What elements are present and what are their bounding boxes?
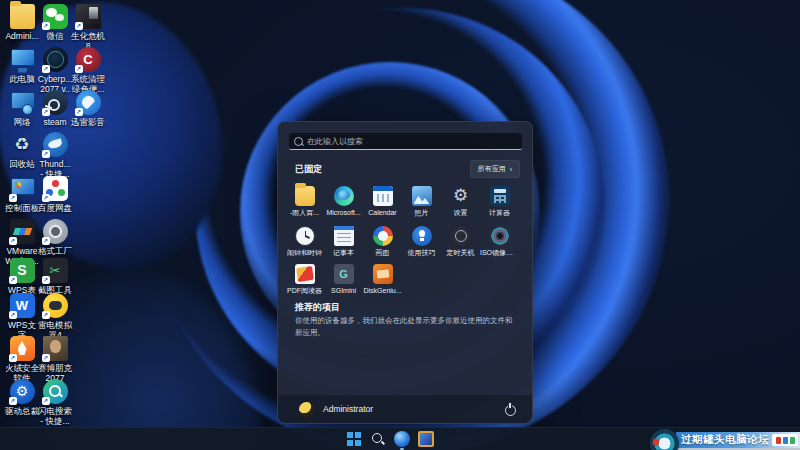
shortcut-arrow-icon: ↗ xyxy=(9,397,17,405)
pinned-app-label: PDF阅读器 xyxy=(285,287,324,295)
steam-icon: ↗ xyxy=(43,90,68,115)
admin-folder-icon xyxy=(10,4,35,29)
desktop-icon-label: 百度网盘 xyxy=(37,203,73,213)
desktop-icon-wechat[interactable]: ↗微信 xyxy=(37,4,73,41)
pinned-app-paint[interactable]: 画图 xyxy=(363,226,402,257)
pinned-app-label: 闹钟和时钟 xyxy=(285,249,324,257)
pinned-app-iso-tool[interactable]: ISO镜像工具 xyxy=(480,226,519,257)
iso-tool-icon xyxy=(490,226,510,246)
paint-icon xyxy=(373,226,393,246)
diskgenius-icon xyxy=(373,264,393,284)
pinned-app-photos[interactable]: 照片 xyxy=(402,186,441,217)
shortcut-arrow-icon: ↗ xyxy=(42,22,50,30)
desktop-icon-baidu-netdisk[interactable]: ↗百度网盘 xyxy=(37,176,73,213)
shortcut-arrow-icon: ↗ xyxy=(42,397,50,405)
desktop-icon-ldplayer[interactable]: ↗雷电模拟 器4 xyxy=(37,293,73,340)
pinned-app-label: 使用技巧 xyxy=(402,249,441,257)
all-apps-button[interactable]: 所有应用 › xyxy=(470,160,520,178)
desktop-icon-format-factory[interactable]: ↗格式工厂 xyxy=(37,219,73,256)
shortcut-arrow-icon: ↗ xyxy=(9,276,17,284)
recycle-bin-icon xyxy=(10,132,35,157)
format-factory-icon: ↗ xyxy=(43,219,68,244)
shortcut-arrow-icon: ↗ xyxy=(42,108,50,116)
this-pc-icon xyxy=(10,47,35,72)
pinned-app-notepad[interactable]: 记事本 xyxy=(324,226,363,257)
windows-desktop: Admini...↗微信↗生化危机 8此电脑↗Cyberp... 2077 v.… xyxy=(0,0,800,450)
pinned-app-microsoft-edge[interactable]: Microsoft... xyxy=(324,186,363,217)
pinned-app-label: Microsoft... xyxy=(324,209,363,217)
pinned-app-label: 画图 xyxy=(363,249,402,257)
pinned-app-diskgenius[interactable]: DiskGeniu... xyxy=(363,264,402,295)
start-search-input[interactable] xyxy=(289,133,522,150)
taskbar-running-app[interactable] xyxy=(418,431,434,447)
calendar-icon xyxy=(373,186,393,206)
watermark-banner: 过期罐头电脑论坛 xyxy=(676,432,800,448)
desktop-icon-label: 微信 xyxy=(37,31,73,41)
power-button[interactable] xyxy=(502,401,518,417)
tips-icon xyxy=(412,226,432,246)
user-avatar[interactable] xyxy=(299,402,314,417)
desktop-icon-re8[interactable]: ↗生化危机 8 xyxy=(70,4,106,51)
taskbar-taskbar-search[interactable] xyxy=(370,431,386,447)
recommended-body: 你使用的设备越多，我们就会在此处显示更多你最近使用的文件和新应用。 xyxy=(295,315,519,338)
desktop-icon-label: 网络 xyxy=(4,117,40,127)
pinned-heading: 已固定 xyxy=(295,163,322,176)
desktop-icon-system-cleaner[interactable]: ↗系统清理 绿色便... xyxy=(70,47,106,94)
wps-sheet-icon: ↗ xyxy=(10,258,35,283)
taskbar-edge-browser[interactable] xyxy=(394,431,410,447)
desktop-icon-label: 驱动总裁 xyxy=(4,406,40,416)
desktop-icon-cyberpunk-2077[interactable]: ↗赛博朋克 2077 xyxy=(37,336,73,383)
watermark-logo-icon xyxy=(650,429,679,450)
thunder-player-icon: ↗ xyxy=(76,90,101,115)
desktop-icon-control-panel[interactable]: ↗控制面板 xyxy=(4,176,40,213)
user-name[interactable]: Administrator xyxy=(323,404,373,414)
desktop-icon-steam[interactable]: ↗steam xyxy=(37,90,73,127)
pinned-app-calculator[interactable]: 计算器 xyxy=(480,186,519,217)
cyberpunk-2077-icon: ↗ xyxy=(43,336,68,361)
system-cleaner-icon: ↗ xyxy=(76,47,101,72)
desktop-icon-admin-folder[interactable]: Admini... xyxy=(4,4,40,41)
start-menu: 已固定 所有应用 › -雨人百...Microsoft...Calendar照片… xyxy=(277,121,533,424)
desktop-icon-cyberpunk-launcher[interactable]: ↗Cyberp... 2077 v.. xyxy=(37,47,73,94)
desktop-icon-snipping-tool[interactable]: ↗截图工具 xyxy=(37,258,73,295)
desktop-icon-huorong-security[interactable]: ↗火绒安全 软件 xyxy=(4,336,40,383)
taskbar-start-button[interactable] xyxy=(346,431,362,447)
desktop-icon-network[interactable]: 网络 xyxy=(4,90,40,127)
desktop-icon-thunderbird[interactable]: ↗Thund... - 快捷... xyxy=(37,132,73,179)
taskbar-center-icons xyxy=(346,431,434,447)
recommended-heading: 推荐的项目 xyxy=(295,301,340,314)
huorong-security-icon: ↗ xyxy=(10,336,35,361)
shortcut-arrow-icon: ↗ xyxy=(42,354,50,362)
pinned-app-timed-shutdown[interactable]: 定时关机 xyxy=(441,226,480,257)
desktop-icon-lightning-search[interactable]: ↗闪电搜索 - 快捷... xyxy=(37,379,73,426)
pdf-reader-icon xyxy=(295,264,315,284)
re8-icon: ↗ xyxy=(76,4,101,29)
settings-icon xyxy=(451,186,471,206)
ldplayer-icon: ↗ xyxy=(43,293,68,318)
pinned-app-label: DiskGeniu... xyxy=(363,287,402,295)
renren-folder-icon xyxy=(295,186,315,206)
chevron-right-icon: › xyxy=(510,166,512,173)
pinned-app-calendar[interactable]: Calendar xyxy=(363,186,402,217)
desktop-icon-wps-doc[interactable]: ↗WPS文字 xyxy=(4,293,40,340)
desktop-icon-recycle-bin[interactable]: 回收站 xyxy=(4,132,40,169)
pinned-app-settings[interactable]: 设置 xyxy=(441,186,480,217)
desktop-icon-label: 格式工厂 xyxy=(37,246,73,256)
shortcut-arrow-icon: ↗ xyxy=(9,311,17,319)
snipping-tool-icon: ↗ xyxy=(43,258,68,283)
pinned-app-label: 计算器 xyxy=(480,209,519,217)
desktop-icon-driver-master[interactable]: ↗驱动总裁 xyxy=(4,379,40,416)
lightning-search-icon: ↗ xyxy=(43,379,68,404)
pinned-app-renren-folder[interactable]: -雨人百... xyxy=(285,186,324,217)
shortcut-arrow-icon: ↗ xyxy=(42,276,50,284)
control-panel-icon: ↗ xyxy=(10,176,35,201)
pinned-app-sgimini[interactable]: SGImini xyxy=(324,264,363,295)
desktop-icon-thunder-player[interactable]: ↗迅雷影音 xyxy=(70,90,106,127)
pinned-app-alarms-clock[interactable]: 闹钟和时钟 xyxy=(285,226,324,257)
desktop-icon-this-pc[interactable]: 此电脑 xyxy=(4,47,40,84)
all-apps-label: 所有应用 xyxy=(478,164,506,174)
shortcut-arrow-icon: ↗ xyxy=(75,22,83,30)
pinned-app-tips[interactable]: 使用技巧 xyxy=(402,226,441,257)
watermark-chip xyxy=(776,437,781,444)
pinned-app-pdf-reader[interactable]: PDF阅读器 xyxy=(285,264,324,295)
